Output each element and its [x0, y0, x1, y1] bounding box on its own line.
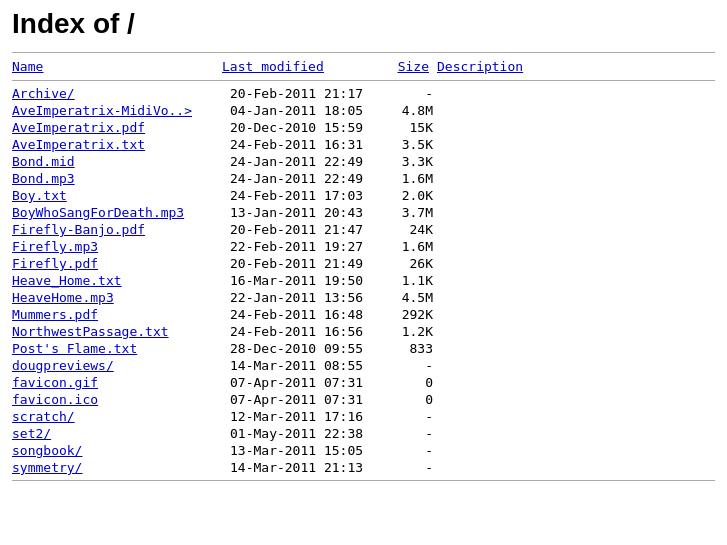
file-size: -	[382, 459, 437, 476]
file-size: 1.6M	[382, 170, 437, 187]
file-date: 20-Feb-2011 21:49	[222, 255, 382, 272]
file-link[interactable]: Bond.mid	[12, 154, 75, 169]
file-link[interactable]: symmetry/	[12, 460, 82, 475]
file-link[interactable]: Heave_Home.txt	[12, 273, 122, 288]
footer-hr	[12, 480, 715, 481]
file-description	[437, 323, 715, 340]
file-size: 0	[382, 391, 437, 408]
col-header-date[interactable]: Last modified	[222, 57, 382, 76]
file-description	[437, 357, 715, 374]
file-link[interactable]: Post's Flame.txt	[12, 341, 137, 356]
file-link[interactable]: dougpreviews/	[12, 358, 114, 373]
file-link[interactable]: scratch/	[12, 409, 75, 424]
file-link[interactable]: BoyWhoSangForDeath.mp3	[12, 205, 184, 220]
table-row: AveImperatrix-MidiVo..>04-Jan-2011 18:05…	[12, 102, 715, 119]
file-date: 04-Jan-2011 18:05	[222, 102, 382, 119]
file-date: 20-Feb-2011 21:17	[222, 85, 382, 102]
table-row: symmetry/14-Mar-2011 21:13-	[12, 459, 715, 476]
file-link[interactable]: Boy.txt	[12, 188, 67, 203]
file-date: 07-Apr-2011 07:31	[222, 374, 382, 391]
table-row: Mummers.pdf24-Feb-2011 16:48292K	[12, 306, 715, 323]
header-divider-row	[12, 76, 715, 85]
file-date: 13-Jan-2011 20:43	[222, 204, 382, 221]
table-row: favicon.gif07-Apr-2011 07:310	[12, 374, 715, 391]
file-description	[437, 425, 715, 442]
file-date: 24-Jan-2011 22:49	[222, 170, 382, 187]
table-row: Heave_Home.txt16-Mar-2011 19:501.1K	[12, 272, 715, 289]
table-row: set2/01-May-2011 22:38-	[12, 425, 715, 442]
table-row: AveImperatrix.txt24-Feb-2011 16:313.5K	[12, 136, 715, 153]
file-date: 07-Apr-2011 07:31	[222, 391, 382, 408]
file-date: 13-Mar-2011 15:05	[222, 442, 382, 459]
page-heading: Index of /	[12, 8, 715, 40]
file-link[interactable]: Firefly.mp3	[12, 239, 98, 254]
file-description	[437, 255, 715, 272]
file-date: 14-Mar-2011 21:13	[222, 459, 382, 476]
file-date: 14-Mar-2011 08:55	[222, 357, 382, 374]
file-link[interactable]: Mummers.pdf	[12, 307, 98, 322]
file-date: 22-Jan-2011 13:56	[222, 289, 382, 306]
file-description	[437, 340, 715, 357]
file-size: 4.5M	[382, 289, 437, 306]
table-header-row: Name Last modified Size Description	[12, 57, 715, 76]
file-description	[437, 442, 715, 459]
file-description	[437, 408, 715, 425]
file-link[interactable]: set2/	[12, 426, 51, 441]
table-row: Firefly.mp322-Feb-2011 19:271.6M	[12, 238, 715, 255]
file-description	[437, 374, 715, 391]
file-link[interactable]: AveImperatrix.pdf	[12, 120, 145, 135]
table-row: scratch/12-Mar-2011 17:16-	[12, 408, 715, 425]
file-size: 2.0K	[382, 187, 437, 204]
file-size: 24K	[382, 221, 437, 238]
file-description	[437, 391, 715, 408]
file-rows: Archive/20-Feb-2011 21:17-AveImperatrix-…	[12, 85, 715, 476]
table-row: Firefly.pdf20-Feb-2011 21:4926K	[12, 255, 715, 272]
file-size: -	[382, 408, 437, 425]
file-size: 1.1K	[382, 272, 437, 289]
table-row: dougpreviews/14-Mar-2011 08:55-	[12, 357, 715, 374]
file-description	[437, 102, 715, 119]
file-description	[437, 238, 715, 255]
file-description	[437, 272, 715, 289]
file-date: 20-Dec-2010 15:59	[222, 119, 382, 136]
col-header-desc[interactable]: Description	[437, 57, 715, 76]
file-description	[437, 221, 715, 238]
file-date: 22-Feb-2011 19:27	[222, 238, 382, 255]
file-description	[437, 204, 715, 221]
col-header-size[interactable]: Size	[382, 57, 437, 76]
file-link[interactable]: AveImperatrix-MidiVo..>	[12, 103, 192, 118]
file-date: 24-Feb-2011 17:03	[222, 187, 382, 204]
col-header-name[interactable]: Name	[12, 57, 222, 76]
footer-divider-row	[12, 476, 715, 485]
file-size: 15K	[382, 119, 437, 136]
table-row: Post's Flame.txt28-Dec-2010 09:55833	[12, 340, 715, 357]
file-size: 292K	[382, 306, 437, 323]
file-link[interactable]: songbook/	[12, 443, 82, 458]
file-date: 01-May-2011 22:38	[222, 425, 382, 442]
file-link[interactable]: Archive/	[12, 86, 75, 101]
file-link[interactable]: Bond.mp3	[12, 171, 75, 186]
table-row: Archive/20-Feb-2011 21:17-	[12, 85, 715, 102]
file-link[interactable]: favicon.ico	[12, 392, 98, 407]
file-description	[437, 459, 715, 476]
file-link[interactable]: Firefly-Banjo.pdf	[12, 222, 145, 237]
file-size: -	[382, 442, 437, 459]
file-link[interactable]: favicon.gif	[12, 375, 98, 390]
table-row: songbook/13-Mar-2011 15:05-	[12, 442, 715, 459]
file-date: 20-Feb-2011 21:47	[222, 221, 382, 238]
file-link[interactable]: AveImperatrix.txt	[12, 137, 145, 152]
file-description	[437, 187, 715, 204]
file-link[interactable]: HeaveHome.mp3	[12, 290, 114, 305]
file-size: 1.6M	[382, 238, 437, 255]
top-divider	[12, 52, 715, 53]
file-date: 28-Dec-2010 09:55	[222, 340, 382, 357]
file-size: 4.8M	[382, 102, 437, 119]
file-size: 26K	[382, 255, 437, 272]
file-link[interactable]: Firefly.pdf	[12, 256, 98, 271]
file-date: 12-Mar-2011 17:16	[222, 408, 382, 425]
file-link[interactable]: NorthwestPassage.txt	[12, 324, 169, 339]
table-row: favicon.ico07-Apr-2011 07:310	[12, 391, 715, 408]
file-description	[437, 289, 715, 306]
table-row: HeaveHome.mp322-Jan-2011 13:564.5M	[12, 289, 715, 306]
file-description	[437, 85, 715, 102]
